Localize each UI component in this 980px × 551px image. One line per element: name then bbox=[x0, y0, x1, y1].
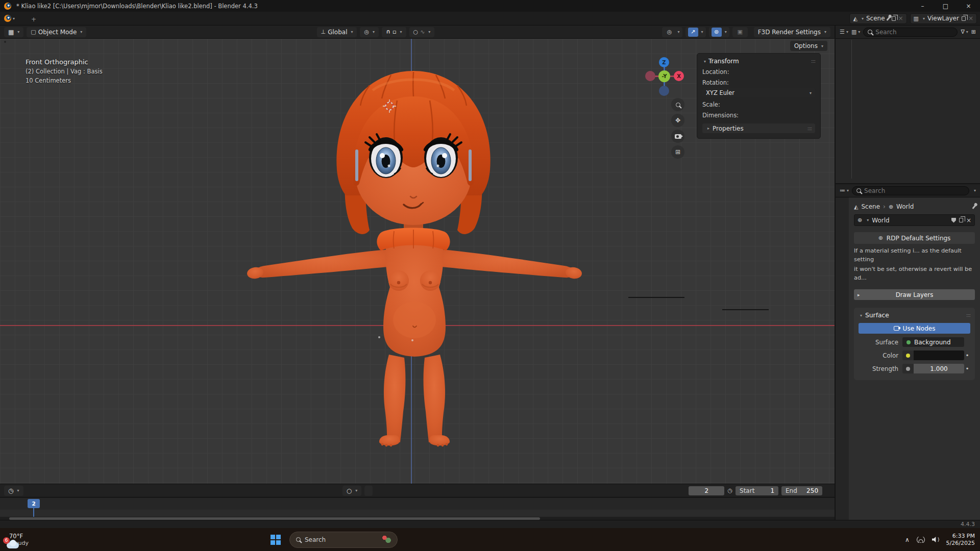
auto-keying-toggle[interactable]: ○▾ bbox=[342, 486, 362, 496]
transform-panel: ▾ Transform :::: Location: Rotation: XYZ… bbox=[697, 53, 821, 139]
overlays-toggle[interactable]: ⊚▾ bbox=[709, 27, 729, 37]
strength-slider[interactable]: 1.000 bbox=[914, 364, 964, 373]
editor-type-button[interactable]: ◷▾ bbox=[4, 486, 23, 496]
view-layer-icon: ▥ bbox=[914, 15, 919, 22]
use-nodes-button[interactable]: Use Nodes bbox=[859, 323, 970, 334]
weather-widget[interactable]: 6 70°F Cloudy bbox=[5, 533, 29, 546]
rotation-mode-dropdown[interactable]: XYZ Euler▾ bbox=[702, 88, 815, 97]
timeline-ruler[interactable]: 2 bbox=[0, 497, 835, 510]
navigation-gizmo[interactable]: Z X -Y bbox=[645, 57, 684, 96]
gizmos-toggle[interactable]: ↗▾ bbox=[685, 27, 706, 37]
breadcrumb-scene[interactable]: Scene bbox=[861, 203, 880, 210]
axis-negy-handle[interactable]: -Y bbox=[658, 70, 670, 82]
xray-toggle[interactable]: ▣ bbox=[732, 27, 748, 37]
frame-end-field[interactable]: End250 bbox=[781, 486, 822, 495]
character-model[interactable] bbox=[235, 48, 582, 457]
animate-dot[interactable]: • bbox=[964, 352, 970, 359]
animate-dot[interactable]: • bbox=[964, 365, 970, 372]
filter-button[interactable]: ∇▾ bbox=[961, 29, 968, 35]
axis-negx-handle[interactable] bbox=[645, 71, 655, 81]
snap-magnet-icon[interactable]: ∪ bbox=[386, 29, 390, 35]
orientation-dropdown[interactable]: ⊥ Global ▾ bbox=[317, 27, 357, 37]
editor-type-button[interactable]: ☰▾ bbox=[840, 29, 848, 35]
transform-panel-header[interactable]: ▾ Transform :::: bbox=[702, 58, 815, 65]
zoom-button[interactable] bbox=[671, 98, 684, 111]
nurbs-curve-segment[interactable] bbox=[628, 297, 684, 298]
copy-icon[interactable] bbox=[962, 16, 966, 21]
properties-content: ◭ Scene › ⊕ World ⊕ ▾ World × ⊕ RDP Defa… bbox=[849, 197, 980, 520]
pan-button[interactable]: ✥ bbox=[671, 114, 684, 127]
properties-search[interactable]: Search bbox=[852, 186, 969, 195]
rdp-default-settings-button[interactable]: ⊕ RDP Default Settings bbox=[854, 232, 975, 244]
display-mode-button[interactable]: ▥▾ bbox=[851, 29, 860, 35]
pin-icon[interactable] bbox=[972, 205, 976, 209]
current-frame-field[interactable]: 2 bbox=[689, 486, 724, 495]
world-icon: ⊕ bbox=[889, 204, 893, 210]
mode-dropdown[interactable]: ▢ Object Mode ▾ bbox=[27, 27, 86, 37]
properties-subpanel[interactable]: ▸ Properties :::: bbox=[702, 123, 815, 133]
outliner-search[interactable]: Search bbox=[863, 28, 958, 37]
timeline-track[interactable] bbox=[0, 510, 835, 517]
clock-widget[interactable]: 6:33 PM 5/26/2025 bbox=[946, 533, 975, 547]
minimize-button[interactable]: – bbox=[911, 0, 934, 12]
axis-z-handle[interactable]: Z bbox=[659, 57, 669, 67]
taskbar-search[interactable]: Search bbox=[289, 532, 398, 548]
copy-icon[interactable] bbox=[892, 16, 896, 21]
tray-date: 5/26/2025 bbox=[946, 540, 975, 547]
render-settings-dropdown[interactable]: F3D Render Settings ▾ bbox=[754, 27, 830, 37]
viewport-header: ▦▾ ▢ Object Mode ▾ ⊥ Global ▾ ◎▾ ∪ ▫ ▾ bbox=[0, 26, 835, 39]
copy-icon[interactable] bbox=[959, 218, 963, 222]
grid-scale-label: 10 Centimeters bbox=[26, 77, 103, 84]
world-datablock-selector[interactable]: ⊕ ▾ World × bbox=[854, 214, 975, 226]
volume-icon[interactable]: ⟩ bbox=[932, 537, 940, 542]
start-button[interactable] bbox=[266, 531, 285, 549]
fake-user-icon[interactable] bbox=[951, 218, 956, 223]
close-button[interactable]: × bbox=[957, 0, 980, 12]
camera-view-button[interactable] bbox=[671, 130, 684, 143]
unlink-icon[interactable]: × bbox=[966, 217, 971, 224]
mode-label: Object Mode bbox=[38, 29, 77, 36]
window-title: * Kliao like2 [C:\Users\mjmor\Downloads\… bbox=[16, 3, 258, 10]
strength-input-icon[interactable] bbox=[902, 364, 914, 373]
snap-target-icon[interactable]: ▫ bbox=[393, 29, 396, 35]
pan-icon: ✥ bbox=[675, 117, 680, 124]
wifi-icon[interactable] bbox=[916, 537, 925, 543]
orientation-icon: ⊥ bbox=[321, 29, 326, 35]
surface-shader-selector[interactable]: Background bbox=[902, 337, 964, 347]
surface-panel-header[interactable]: ▾ Surface :::: bbox=[859, 312, 970, 319]
tray-expand-icon[interactable]: ∧ bbox=[905, 536, 910, 543]
axis-negz-handle[interactable] bbox=[659, 86, 669, 96]
maximize-button[interactable]: □ bbox=[934, 0, 957, 12]
color-input-icon[interactable] bbox=[902, 350, 914, 360]
ortho-toggle-button[interactable]: ⊞ bbox=[671, 145, 684, 159]
gizmos-icon: ↗ bbox=[688, 28, 698, 37]
app-menu-button[interactable]: ▾ bbox=[4, 15, 15, 22]
add-workspace-button[interactable]: + bbox=[26, 13, 42, 26]
snap-controls[interactable]: ∪ ▫ ▾ bbox=[382, 27, 406, 37]
options-dropdown[interactable]: Options ▾ bbox=[790, 41, 827, 51]
viewport-canvas[interactable]: Options ▾ Front Orthographic (2) Collect… bbox=[0, 39, 835, 484]
world-icon: ⊕ bbox=[878, 235, 883, 241]
pivot-dropdown[interactable]: ◎▾ bbox=[360, 27, 379, 37]
axis-x-handle[interactable]: X bbox=[674, 71, 684, 81]
editor-type-button[interactable]: ▦▾ bbox=[4, 27, 23, 37]
playhead[interactable] bbox=[33, 507, 34, 517]
pin-icon[interactable] bbox=[886, 16, 890, 21]
proportional-edit-controls[interactable]: ○ ∿ ▾ bbox=[409, 27, 435, 37]
draw-layers-button[interactable]: ▸ Draw Layers bbox=[854, 289, 975, 300]
visibility-dropdown[interactable]: ◎▾ bbox=[662, 27, 682, 37]
color-swatch[interactable] bbox=[914, 350, 964, 360]
view-layer-selector[interactable]: ▥ ▾ ViewLayer × bbox=[910, 13, 977, 24]
blender-logo-icon bbox=[4, 3, 11, 10]
stopwatch-icon[interactable]: ◷ bbox=[727, 487, 732, 494]
breadcrumb-world[interactable]: World bbox=[896, 203, 914, 210]
nurbs-curve-segment[interactable] bbox=[722, 309, 769, 310]
viewport-editor-icon: ▦ bbox=[8, 29, 14, 36]
proportional-icon[interactable]: ○ bbox=[413, 29, 419, 35]
scene-selector[interactable]: ◭ ▾ Scene × bbox=[849, 13, 906, 24]
frame-start-field[interactable]: Start1 bbox=[736, 486, 778, 495]
transform-title: Transform bbox=[708, 58, 739, 65]
editor-type-button[interactable]: ≔▾ bbox=[840, 187, 849, 194]
search-icon bbox=[296, 537, 301, 542]
new-collection-button[interactable]: ⊞ bbox=[971, 29, 976, 35]
